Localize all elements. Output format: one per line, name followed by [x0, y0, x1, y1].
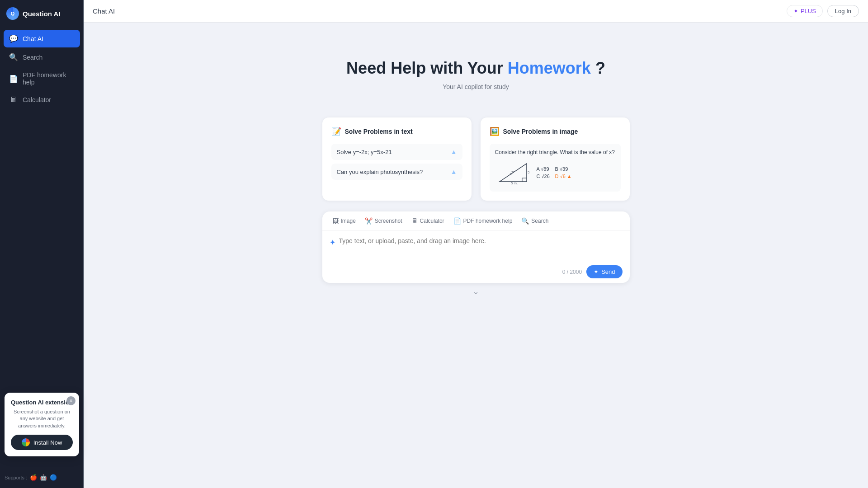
- plus-star-icon: ✦: [793, 8, 798, 14]
- image-question: Consider the right triangle. What is the…: [495, 149, 615, 155]
- nav-label-pdf-homework: PDF homework help: [23, 71, 75, 86]
- nav-icon-calculator: 🖩: [9, 96, 18, 104]
- image-card-icon: 🖼️: [490, 127, 500, 136]
- nav-label-chat-ai: Chat AI: [23, 35, 43, 42]
- android-icon: 🤖: [40, 474, 47, 481]
- extension-popup: × Question AI extension Screenshot a que…: [5, 393, 79, 456]
- answer-d: D √6 ▲: [555, 174, 572, 179]
- topbar-title: Chat AI: [93, 7, 115, 15]
- input-row: ✦: [322, 231, 630, 263]
- hero-subtitle: Your AI copilot for study: [443, 83, 509, 90]
- pdf-toolbar-label: PDF homework help: [463, 218, 513, 224]
- main-content: Chat AI ✦ PLUS Log In Need Help with You…: [84, 0, 868, 488]
- cards-row: 📝 Solve Problems in text Solve y=-2x; y=…: [322, 117, 630, 201]
- char-count: 0 / 2000: [562, 269, 582, 275]
- text-card-header: 📝 Solve Problems in text: [331, 127, 462, 136]
- nav-icon-chat-ai: 💬: [9, 34, 18, 43]
- text-example-1[interactable]: Solve y=-2x; y=5x-21 ▲: [331, 144, 462, 160]
- answer-grid: A √89 B √39 C √26 D √6 ▲: [537, 166, 572, 179]
- svg-text:5 in.: 5 in.: [528, 170, 531, 174]
- hero-title-suffix: ?: [591, 59, 605, 77]
- image-card-content: Consider the right triangle. What is the…: [490, 144, 621, 192]
- text-example-2[interactable]: Can you explain photosynthesis? ▲: [331, 164, 462, 180]
- text-card-icon: 📝: [331, 127, 341, 136]
- popup-close-button[interactable]: ×: [66, 396, 75, 405]
- search-toolbar-button[interactable]: 🔍 Search: [517, 215, 553, 227]
- calculator-toolbar-button[interactable]: 🖩 Calculator: [407, 215, 449, 227]
- calculator-toolbar-icon: 🖩: [411, 217, 418, 225]
- arrow-icon-2: ▲: [451, 168, 457, 175]
- chat-input[interactable]: [339, 237, 623, 252]
- image-card-title: Solve Problems in image: [503, 128, 578, 135]
- nav-icon-pdf-homework: 📄: [9, 75, 18, 83]
- scroll-down-icon: ⌄: [472, 286, 479, 296]
- svg-text:5 in.: 5 in.: [511, 181, 518, 185]
- topbar-actions: ✦ PLUS Log In: [787, 5, 859, 17]
- text-problems-card: 📝 Solve Problems in text Solve y=-2x; y=…: [322, 117, 472, 201]
- apple-icon: 🍎: [30, 474, 37, 481]
- popup-title: Question AI extension: [11, 399, 73, 406]
- send-button[interactable]: ✦ Send: [586, 265, 622, 278]
- supports-label: Supports :: [5, 475, 27, 480]
- sidebar-item-pdf-homework[interactable]: 📄 PDF homework help: [4, 67, 80, 90]
- image-toolbar-label: Image: [341, 218, 356, 224]
- screenshot-toolbar-label: Screenshot: [375, 218, 402, 224]
- sparkle-icon: ✦: [330, 238, 335, 247]
- triangle-diagram: 5 in. 5 in. x in.: [495, 159, 531, 186]
- hero-title-prefix: Need Help with Your: [346, 59, 508, 77]
- chrome-ext-icon: 🔵: [50, 474, 57, 481]
- nav-label-search: Search: [23, 54, 42, 61]
- answer-c: C √26: [537, 174, 553, 179]
- answer-b: B √39: [555, 166, 572, 172]
- sidebar-nav: 💬 Chat AI 🔍 Search 📄 PDF homework help 🖩…: [0, 27, 84, 111]
- image-diagram: 5 in. 5 in. x in. A √89 B √39 C √26 D: [495, 159, 615, 186]
- logo-icon: Q: [6, 7, 19, 20]
- image-card-header: 🖼️ Solve Problems in image: [490, 127, 621, 136]
- chrome-icon: [22, 438, 30, 446]
- input-footer: 0 / 2000 ✦ Send: [322, 263, 630, 283]
- image-toolbar-icon: 🖼: [332, 217, 339, 225]
- login-button[interactable]: Log In: [827, 5, 859, 17]
- send-label: Send: [601, 268, 615, 275]
- logo-area: Q Question AI: [0, 0, 84, 27]
- screenshot-toolbar-icon: ✂️: [365, 217, 373, 225]
- plus-label: PLUS: [801, 8, 816, 14]
- answer-a: A √89: [537, 166, 553, 172]
- input-area: 🖼 Image ✂️ Screenshot 🖩 Calculator 📄 PDF…: [322, 211, 630, 283]
- nav-icon-search: 🔍: [9, 53, 18, 61]
- pdf-toolbar-icon: 📄: [453, 217, 461, 225]
- topbar: Chat AI ✦ PLUS Log In: [84, 0, 868, 23]
- sidebar-item-search[interactable]: 🔍 Search: [4, 48, 80, 66]
- hero-title-highlight: Homework: [508, 59, 591, 77]
- image-problems-card: 🖼️ Solve Problems in image Consider the …: [481, 117, 630, 201]
- sidebar-item-calculator[interactable]: 🖩 Calculator: [4, 91, 80, 108]
- image-toolbar-button[interactable]: 🖼 Image: [328, 215, 360, 227]
- nav-label-calculator: Calculator: [23, 96, 51, 103]
- toolbar-row: 🖼 Image ✂️ Screenshot 🖩 Calculator 📄 PDF…: [322, 211, 630, 231]
- hero-title: Need Help with Your Homework ?: [346, 59, 605, 78]
- sidebar: Q Question AI 💬 Chat AI 🔍 Search 📄 PDF h…: [0, 0, 84, 488]
- screenshot-toolbar-button[interactable]: ✂️ Screenshot: [360, 215, 407, 227]
- calculator-toolbar-label: Calculator: [420, 218, 444, 224]
- search-toolbar-label: Search: [531, 218, 548, 224]
- sidebar-divider: [83, 0, 84, 488]
- pdf-toolbar-button[interactable]: 📄 PDF homework help: [449, 215, 517, 227]
- sidebar-item-chat-ai[interactable]: 💬 Chat AI: [4, 30, 80, 47]
- hero-area: Need Help with Your Homework ? Your AI c…: [84, 23, 868, 488]
- text-example-2-text: Can you explain photosynthesis?: [337, 169, 423, 175]
- svg-text:x in.: x in.: [509, 169, 515, 175]
- send-icon: ✦: [594, 268, 599, 275]
- search-toolbar-icon: 🔍: [521, 217, 529, 225]
- text-example-1-text: Solve y=-2x; y=5x-21: [337, 149, 392, 155]
- text-card-title: Solve Problems in text: [345, 128, 413, 135]
- plus-button[interactable]: ✦ PLUS: [787, 5, 823, 17]
- install-label: Install Now: [33, 439, 62, 446]
- install-now-button[interactable]: Install Now: [11, 435, 73, 450]
- popup-description: Screenshot a question on any website and…: [11, 408, 73, 429]
- supports-row: Supports : 🍎 🤖 🔵: [5, 474, 57, 481]
- arrow-icon-1: ▲: [451, 148, 457, 155]
- logo-text: Question AI: [23, 10, 61, 18]
